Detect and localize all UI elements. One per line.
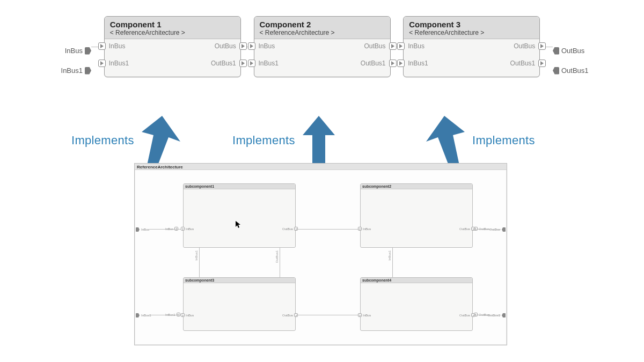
component-block[interactable]: Component 2 < ReferenceArchitecture > In…	[254, 16, 391, 77]
in-port[interactable]: InBus	[397, 42, 428, 50]
subcomponent-title: subcomponent4	[361, 278, 472, 283]
arrow-up-icon	[303, 116, 335, 165]
port-label: OutBus	[282, 227, 293, 231]
port-triangle-icon	[239, 42, 247, 50]
subcomponent-block[interactable]: subcomponent2 InBus OutBus	[360, 183, 473, 248]
port-label: OutBus	[459, 314, 470, 317]
port-label: OutBus	[561, 47, 584, 55]
wire	[149, 229, 181, 230]
port-label: InBus1	[141, 314, 151, 317]
port-label: OutBus	[489, 228, 500, 231]
component-block[interactable]: Component 1 < ReferenceArchitecture > In…	[104, 16, 241, 77]
in-port[interactable]: InBus	[98, 42, 129, 50]
ext-inport: InBus	[136, 227, 149, 232]
inport-icon	[85, 67, 91, 75]
subcomponent-block[interactable]: subcomponent4 InBus OutBus	[360, 277, 473, 331]
port-triangle-icon	[538, 42, 546, 50]
port-triangle-icon	[397, 42, 405, 50]
component-title: Component 3	[409, 20, 534, 29]
out-port[interactable]: OutBus	[514, 42, 546, 50]
subcomponent-block[interactable]: subcomponent1 InBus OutBus	[183, 183, 296, 248]
reference-architecture-panel[interactable]: ReferenceArchitecture InBus InBus1 OutBu…	[134, 163, 507, 345]
wire	[149, 315, 181, 315]
port-label: InBus1	[408, 60, 428, 67]
out-port[interactable]: OutBus1	[510, 60, 546, 67]
out-port[interactable]: OutBus	[364, 42, 396, 50]
component-header: Component 2 < ReferenceArchitecture >	[254, 17, 390, 39]
in-port[interactable]: InBus1	[98, 60, 129, 67]
port-label: OutBus1	[561, 67, 589, 75]
implements-label: Implements	[472, 134, 535, 147]
subcomponent-block[interactable]: subcomponent3 InBus OutBus	[183, 277, 296, 331]
component-body: InBus InBus1 OutBus OutBus1	[105, 39, 240, 77]
port-label-vertical: InBus1	[195, 250, 198, 261]
wire	[280, 248, 280, 277]
wire	[296, 315, 359, 315]
in-port[interactable]: InBus	[248, 42, 279, 50]
port-triangle-icon	[181, 227, 185, 231]
component-stereo: < ReferenceArchitecture >	[110, 29, 235, 36]
port-label: InBus	[186, 227, 194, 231]
in-port[interactable]: InBus	[181, 313, 194, 317]
port-label: OutBus	[282, 314, 293, 317]
component-stereo: < ReferenceArchitecture >	[409, 29, 534, 36]
implements-group: Implements	[71, 116, 184, 165]
port-triangle-icon	[389, 42, 397, 50]
port-label: OutBus1	[211, 60, 236, 67]
external-inports: InBus InBus1	[54, 47, 91, 75]
port-label: OutBus1	[488, 314, 500, 317]
wire	[474, 315, 501, 315]
inport-icon	[136, 227, 140, 232]
port-label: InBus	[186, 314, 194, 317]
port-triangle-icon	[98, 60, 106, 67]
ext-inport: InBus1	[54, 67, 91, 75]
component-title: Component 1	[110, 20, 235, 29]
implements-group: Implements	[423, 116, 535, 165]
port-triangle-icon	[538, 60, 546, 67]
port-label: InBus	[65, 47, 83, 55]
ext-inport: InBus1	[136, 313, 151, 317]
component-block[interactable]: Component 3 < ReferenceArchitecture > In…	[403, 16, 540, 77]
port-label: InBus1	[109, 60, 129, 67]
port-triangle-icon	[98, 42, 106, 50]
in-port[interactable]: InBus	[181, 227, 194, 231]
subcomponent-title: subcomponent2	[361, 184, 472, 189]
in-port[interactable]: InBus1	[397, 60, 428, 67]
ext-outport: OutBus	[489, 227, 506, 232]
inport-icon	[136, 313, 140, 317]
ref-arch-canvas: InBus InBus1 OutBus OutBus1 InBus InBus1…	[135, 170, 507, 345]
wire	[392, 248, 393, 277]
external-outports: OutBus OutBus1	[553, 47, 590, 75]
ext-inport: InBus	[54, 47, 91, 55]
outport-icon	[502, 227, 506, 232]
wire	[199, 248, 200, 277]
in-port[interactable]: InBus	[358, 313, 371, 317]
arrow-up-left-icon	[142, 116, 184, 165]
in-port[interactable]: InBus	[358, 227, 371, 231]
port-label-vertical: OutBus1	[275, 250, 279, 263]
ext-outport: OutBus1	[488, 313, 506, 317]
component-row: InBus InBus1 Component 1 < ReferenceArch…	[54, 16, 590, 77]
port-triangle-icon	[248, 60, 255, 67]
out-port[interactable]: OutBus	[459, 313, 475, 317]
ext-outport: OutBus	[553, 47, 590, 55]
port-triangle-icon	[181, 313, 185, 317]
port-label: InBus	[363, 227, 371, 231]
component-title: Component 2	[260, 20, 385, 29]
out-port[interactable]: OutBus	[459, 227, 475, 231]
wire	[474, 229, 501, 230]
out-port[interactable]: OutBus1	[361, 60, 397, 67]
arrow-up-right-icon	[423, 116, 465, 165]
wire	[296, 229, 359, 230]
in-port[interactable]: InBus1	[248, 60, 279, 67]
ref-arch-title: ReferenceArchitecture	[135, 164, 507, 170]
out-port[interactable]: OutBus	[215, 42, 247, 50]
outport-icon	[553, 47, 559, 55]
port-label: InBus	[408, 42, 425, 50]
out-port[interactable]: OutBus1	[211, 60, 247, 67]
port-label-vertical: InBus1	[388, 250, 391, 261]
port-label: OutBus1	[510, 60, 536, 67]
svg-marker-1	[303, 116, 335, 165]
port-label: OutBus	[514, 42, 535, 50]
subcomponent-title: subcomponent3	[184, 278, 295, 283]
